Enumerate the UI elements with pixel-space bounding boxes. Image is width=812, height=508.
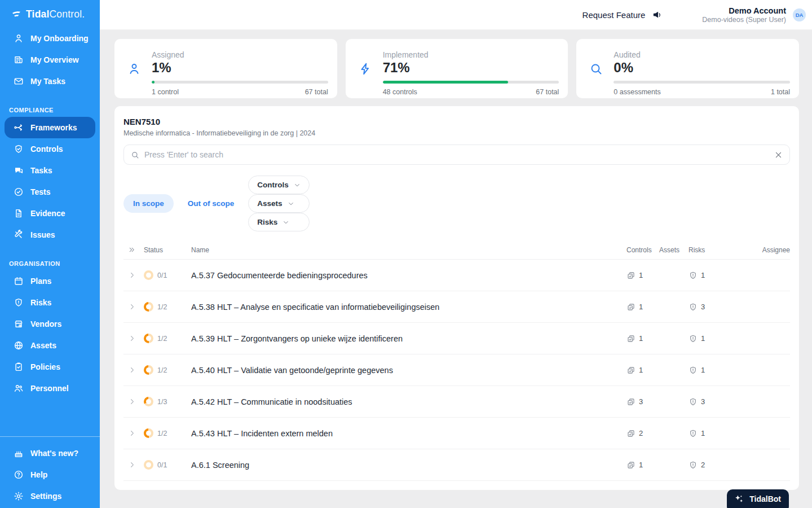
filter-row: In scope Out of scope ControlsAssetsRisk… [123, 176, 790, 231]
section-title-compliance: COMPLIANCE [9, 107, 100, 113]
frameworks-icon [14, 122, 24, 133]
filter-dropdown-risks[interactable]: Risks [248, 213, 310, 231]
status-fraction: 1/2 [157, 335, 167, 343]
table-row[interactable]: 1/2 A.5.39 HLT – Zorgontvangers op uniek… [123, 323, 790, 354]
request-feature-label: Request Feature [582, 10, 646, 20]
section-title-organisation: ORGANISATION [9, 260, 100, 267]
sidebar-item-my-tasks[interactable]: My Tasks [0, 71, 100, 92]
stat-label: Implemented [383, 50, 559, 59]
sidebar-item-label: My Overview [30, 55, 79, 64]
stat-total: 67 total [536, 88, 559, 96]
controls-count-icon [626, 366, 636, 375]
table-row[interactable]: 1/6 A.6.2 Arbeidsovereenkomst 2 4 [123, 481, 790, 490]
filter-out-of-scope[interactable]: Out of scope [188, 199, 235, 208]
sidebar-item-settings[interactable]: Settings [0, 485, 100, 507]
control-name: A.5.40 HLT – Validatie van getoonde/gepr… [191, 366, 626, 375]
status-donut [144, 428, 153, 438]
sidebar-item-what-s-new[interactable]: What's new? [0, 443, 100, 464]
risk-shield-icon [689, 366, 698, 375]
col-name: Name [191, 246, 626, 254]
sidebar-item-assets[interactable]: Assets [0, 335, 100, 356]
table-row[interactable]: 1/3 A.5.42 HLT – Communicatie in noodsit… [123, 386, 790, 418]
sidebar-item-my-overview[interactable]: My Overview [0, 49, 100, 71]
sidebar-item-tasks[interactable]: Tasks [0, 160, 100, 181]
sidebar-item-frameworks[interactable]: Frameworks [5, 117, 95, 138]
filter-dropdown-assets[interactable]: Assets [248, 194, 310, 213]
tidalbot-button[interactable]: TidalBot [727, 489, 789, 508]
table-row[interactable]: 0/1 A.5.37 Gedocumenteerde bedieningspro… [123, 260, 790, 291]
divider [0, 436, 100, 437]
controls-count: 1 [639, 461, 643, 469]
sidebar-item-issues[interactable]: Issues [0, 224, 100, 246]
table-row[interactable]: 0/1 A.6.1 Screening 1 2 [123, 449, 790, 481]
risks-count: 2 [701, 461, 705, 469]
sidebar-item-label: Evidence [30, 209, 65, 218]
control-name: A.6.1 Screening [191, 461, 626, 470]
risks-count: 3 [701, 303, 705, 311]
chevron-right-icon[interactable] [129, 271, 136, 279]
chevrons-right-icon[interactable] [128, 246, 135, 253]
close-icon[interactable] [774, 151, 783, 159]
col-controls: Controls [626, 246, 659, 254]
status-fraction: 1/2 [157, 366, 167, 374]
user-icon [127, 62, 141, 76]
sidebar-item-risks[interactable]: Risks [0, 292, 100, 313]
control-name: A.5.38 HLT – Analyse en specificatie van… [191, 303, 626, 312]
status-donut [144, 270, 153, 280]
sidebar-item-plans[interactable]: Plans [0, 270, 100, 292]
table-row[interactable]: 1/2 A.5.40 HLT – Validatie van getoonde/… [123, 354, 790, 386]
policies-icon [14, 362, 24, 372]
sidebar-item-evidence[interactable]: Evidence [0, 203, 100, 224]
search-input[interactable] [144, 150, 769, 159]
stat-total: 67 total [305, 88, 328, 96]
document-icon [14, 208, 24, 218]
sidebar-item-help[interactable]: Help [0, 464, 100, 485]
progress-bar [383, 81, 559, 84]
control-name: A.5.42 HLT – Communicatie in noodsituati… [191, 397, 626, 406]
filter-in-scope[interactable]: In scope [123, 194, 174, 213]
tidalbot-label: TidalBot [749, 494, 781, 503]
col-assets: Assets [659, 246, 689, 254]
chevron-right-icon[interactable] [129, 461, 136, 468]
bolt-icon [359, 62, 372, 76]
progress-bar [614, 81, 790, 84]
help-icon [14, 470, 24, 480]
control-name: A.5.37 Gedocumenteerde bedieningsprocedu… [191, 271, 626, 280]
sidebar-item-tests[interactable]: Tests [0, 181, 100, 203]
sidebar-item-vendors[interactable]: Vendors [0, 313, 100, 335]
search-icon [589, 62, 603, 76]
status-fraction: 0/1 [157, 461, 167, 469]
sidebar-item-personnel[interactable]: Personnel [0, 378, 100, 399]
chevron-right-icon[interactable] [129, 398, 136, 405]
chevron-right-icon[interactable] [129, 303, 136, 310]
stat-card: Assigned 1% 1 control 67 total [114, 39, 337, 98]
sidebar-item-label: Settings [30, 492, 61, 501]
sidebar-item-my-onboarding[interactable]: My Onboarding [0, 28, 100, 49]
status-fraction: 1/2 [157, 430, 167, 437]
table-row[interactable]: 1/2 A.5.38 HLT – Analyse en specificatie… [123, 291, 790, 323]
chevron-right-icon[interactable] [129, 430, 136, 437]
stat-label: Audited [614, 50, 790, 59]
risk-shield-icon [689, 303, 698, 312]
app-logo[interactable]: TidalControl. [0, 0, 100, 28]
sparkles-icon [734, 494, 744, 505]
filter-dropdown-controls[interactable]: Controls [248, 176, 310, 194]
risks-count: 3 [701, 397, 705, 406]
shield-check-icon [14, 144, 24, 154]
chevron-right-icon[interactable] [129, 366, 136, 374]
sidebar-item-controls[interactable]: Controls [0, 138, 100, 160]
account-menu[interactable]: Demo Account Demo-videos (Super User) [702, 6, 786, 24]
controls-count: 3 [639, 397, 643, 406]
sidebar-item-policies[interactable]: Policies [0, 356, 100, 378]
controls-count: 1 [639, 334, 643, 343]
controls-count: 1 [639, 303, 643, 311]
avatar[interactable]: DA [793, 8, 806, 21]
request-feature-button[interactable]: Request Feature [582, 10, 663, 20]
sidebar-item-label: Controls [30, 144, 63, 154]
calendar-icon [14, 276, 24, 286]
table-row[interactable]: 1/2 A.5.43 HLT – Incidenten extern melde… [123, 418, 790, 449]
sidebar-sections: COMPLIANCEFrameworksControlsTasksTestsEv… [0, 92, 100, 399]
chevron-right-icon[interactable] [129, 335, 136, 342]
table-header: Status Name Controls Assets Risks Assign… [123, 240, 790, 260]
filter-dropdown-label: Risks [257, 218, 277, 226]
